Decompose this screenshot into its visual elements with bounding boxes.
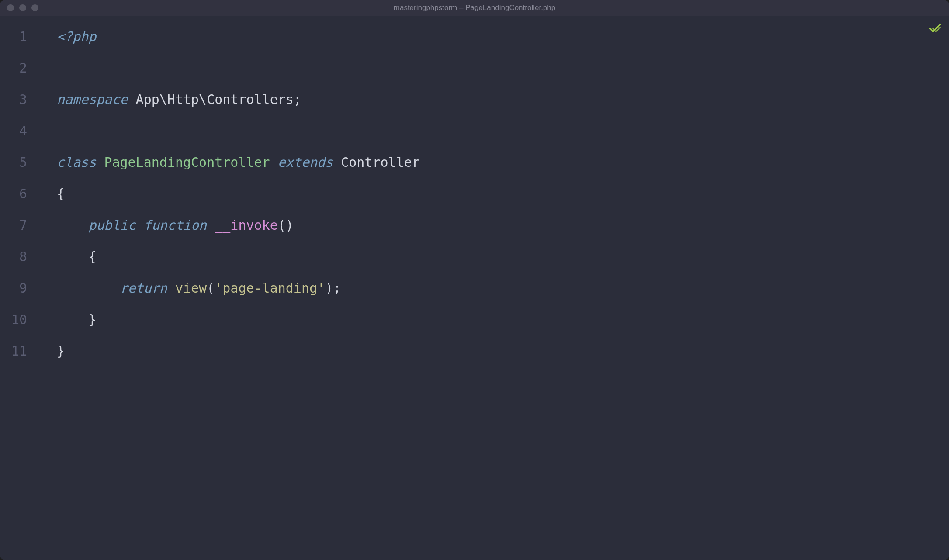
window-title: masteringphpstorm – PageLandingControlle… <box>394 3 555 12</box>
code-token: } <box>57 343 65 359</box>
line-number[interactable]: 7 <box>0 210 27 241</box>
code-token <box>57 312 88 327</box>
code-token <box>207 218 215 233</box>
code-token: () <box>278 218 294 233</box>
code-token: <?php <box>57 29 96 44</box>
line-number[interactable]: 1 <box>0 21 27 52</box>
code-token: namespace <box>57 92 128 107</box>
code-token: PageLandingController <box>104 155 270 170</box>
line-number[interactable]: 10 <box>0 304 27 335</box>
code-token <box>167 280 175 296</box>
code-content[interactable]: <?phpnamespace App\Http\Controllers;clas… <box>39 21 949 560</box>
code-line[interactable]: namespace App\Http\Controllers; <box>57 84 949 115</box>
code-line[interactable]: { <box>57 241 949 273</box>
code-token <box>136 218 144 233</box>
code-token <box>57 280 120 296</box>
line-number[interactable]: 6 <box>0 178 27 210</box>
gutter: 1 2 3 4 5 6 7 8 9 10 11 <box>0 21 39 560</box>
code-token: { <box>57 186 65 201</box>
code-token: App\Http\Controllers; <box>128 92 301 107</box>
code-token: 'page-landing' <box>215 280 325 296</box>
minimize-button[interactable] <box>19 4 26 11</box>
code-token: ); <box>325 280 341 296</box>
line-number[interactable]: 3 <box>0 84 27 115</box>
code-token: function <box>144 218 207 233</box>
code-token: __invoke <box>215 218 278 233</box>
analysis-ok-icon[interactable] <box>929 22 941 34</box>
code-token: public <box>88 218 135 233</box>
code-token: ( <box>207 280 215 296</box>
line-number[interactable]: 8 <box>0 241 27 273</box>
code-line[interactable]: return view('page-landing'); <box>57 273 949 304</box>
code-token <box>270 155 278 170</box>
code-line[interactable]: } <box>57 304 949 335</box>
line-number[interactable]: 11 <box>0 335 27 367</box>
titlebar: masteringphpstorm – PageLandingControlle… <box>0 0 949 16</box>
traffic-lights <box>7 4 38 11</box>
line-number[interactable]: 4 <box>0 115 27 147</box>
code-line[interactable] <box>57 52 949 84</box>
code-token <box>57 218 88 233</box>
code-token: { <box>88 249 96 264</box>
code-token: } <box>88 312 96 327</box>
code-token: class <box>57 155 96 170</box>
code-token: extends <box>278 155 333 170</box>
code-line[interactable]: <?php <box>57 21 949 52</box>
line-number[interactable]: 2 <box>0 52 27 84</box>
code-token: Controller <box>333 155 420 170</box>
line-number[interactable]: 9 <box>0 273 27 304</box>
code-line[interactable]: class PageLandingController extends Cont… <box>57 147 949 178</box>
line-number[interactable]: 5 <box>0 147 27 178</box>
code-token <box>96 155 104 170</box>
code-line[interactable]: { <box>57 178 949 210</box>
code-line[interactable]: } <box>57 335 949 367</box>
editor-area[interactable]: 1 2 3 4 5 6 7 8 9 10 11 <?phpnamespace A… <box>0 16 949 560</box>
editor-window: masteringphpstorm – PageLandingControlle… <box>0 0 949 560</box>
maximize-button[interactable] <box>31 4 38 11</box>
close-button[interactable] <box>7 4 14 11</box>
code-token <box>57 249 88 264</box>
code-token: view <box>175 280 207 296</box>
code-token: return <box>120 280 167 296</box>
code-line[interactable] <box>57 115 949 147</box>
code-line[interactable]: public function __invoke() <box>57 210 949 241</box>
